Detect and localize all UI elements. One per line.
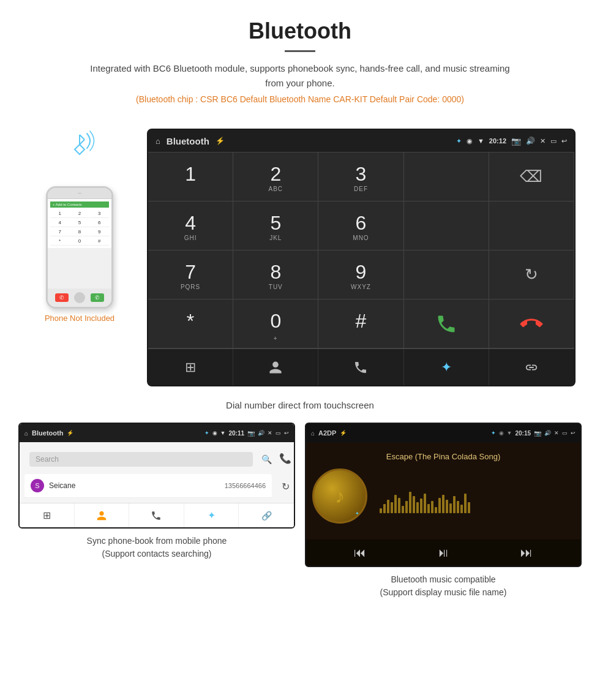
dial-key-0[interactable]: 0 + bbox=[233, 299, 318, 348]
vis-bar bbox=[460, 505, 463, 513]
music-next-icon[interactable]: ⏭ bbox=[520, 546, 533, 560]
music-play-pause-icon[interactable]: ⏯ bbox=[437, 546, 449, 560]
contacts-nav-phone[interactable] bbox=[129, 503, 184, 527]
phone-end-btn[interactable]: ✆ bbox=[55, 293, 69, 302]
phone-container: ··· + Add to Contacts 1 2 3 4 5 6 7 8 9 … bbox=[24, 129, 135, 323]
vis-bar bbox=[380, 508, 382, 513]
phone-home-btn[interactable] bbox=[74, 292, 85, 303]
phone-key-0[interactable]: 0 bbox=[70, 237, 89, 246]
nav-grid[interactable]: ⊞ bbox=[148, 349, 233, 385]
call-red-icon bbox=[516, 308, 547, 339]
vis-bar bbox=[413, 496, 415, 513]
bt-signal-svg bbox=[61, 129, 98, 159]
phone-key-star[interactable]: * bbox=[50, 237, 69, 246]
phone-key-1[interactable]: 1 bbox=[50, 209, 69, 218]
phone-key-2[interactable]: 2 bbox=[70, 209, 89, 218]
nav-bluetooth[interactable]: ✦ bbox=[404, 349, 489, 385]
phone-key-8[interactable]: 8 bbox=[70, 228, 89, 236]
volume-icon[interactable]: 🔊 bbox=[526, 137, 535, 145]
contacts-back-icon[interactable]: ↩ bbox=[284, 430, 289, 436]
home-icon[interactable]: ⌂ bbox=[156, 137, 160, 146]
usb-icon: ⚡ bbox=[216, 137, 225, 145]
contacts-nav-link[interactable]: 🔗 bbox=[239, 503, 294, 527]
refresh-icon: ↻ bbox=[525, 265, 538, 284]
contacts-home-icon[interactable]: ⌂ bbox=[24, 430, 28, 437]
dial-key-2[interactable]: 2 ABC bbox=[233, 152, 318, 201]
contact-avatar: S bbox=[31, 479, 44, 492]
dial-key-7[interactable]: 7 PQRS bbox=[148, 250, 233, 299]
dial-refresh-key[interactable]: ↻ bbox=[489, 250, 574, 299]
contacts-right-phone-icon[interactable]: 📞 bbox=[279, 453, 291, 464]
contact-row[interactable]: S Seicane 13566664466 bbox=[24, 474, 272, 498]
music-back-icon[interactable]: ↩ bbox=[571, 430, 576, 436]
dial-key-5[interactable]: 5 JKL bbox=[233, 201, 318, 250]
vis-bar bbox=[402, 506, 404, 513]
nav-phone[interactable] bbox=[318, 349, 403, 385]
contacts-right-refresh-icon[interactable]: ↻ bbox=[282, 481, 290, 492]
nav-contacts[interactable] bbox=[233, 349, 318, 385]
contacts-nav-grid[interactable]: ⊞ bbox=[20, 503, 75, 527]
camera-icon[interactable]: 📷 bbox=[511, 137, 521, 146]
bt-icon-top: ✦ bbox=[456, 137, 462, 145]
vis-bar bbox=[427, 504, 430, 513]
back-icon[interactable]: ↩ bbox=[561, 137, 567, 145]
music-content: Escape (The Pina Colada Song) ♪ ✦ bbox=[306, 442, 580, 540]
dial-call-green[interactable] bbox=[404, 299, 489, 348]
phone-key-9[interactable]: 9 bbox=[90, 228, 109, 236]
dial-key-6[interactable]: 6 MNO bbox=[318, 201, 403, 250]
contacts-search-bar[interactable]: Search bbox=[29, 452, 253, 467]
contacts-window-icon[interactable]: ▭ bbox=[276, 430, 281, 436]
music-time: 20:15 bbox=[515, 430, 531, 437]
music-wifi-icon: ▼ bbox=[507, 430, 512, 436]
phone-key-7[interactable]: 7 bbox=[50, 228, 69, 236]
music-block: ⌂ A2DP ⚡ ✦ ◉ ▼ 20:15 📷 🔊 ✕ ▭ ↩ bbox=[305, 423, 582, 599]
vis-bar bbox=[391, 502, 393, 513]
music-note-icon: ♪ bbox=[335, 485, 345, 508]
title-divider bbox=[285, 50, 315, 52]
dial-key-9[interactable]: 9 WXYZ bbox=[318, 250, 403, 299]
music-home-icon[interactable]: ⌂ bbox=[311, 430, 315, 437]
dial-delete-key[interactable]: ⌫ bbox=[489, 152, 574, 201]
vis-bar bbox=[446, 500, 448, 513]
music-close-icon[interactable]: ✕ bbox=[554, 430, 559, 436]
music-camera-icon[interactable]: 📷 bbox=[534, 430, 541, 437]
phone-key-3[interactable]: 3 bbox=[90, 209, 109, 218]
svg-line-1 bbox=[80, 135, 84, 140]
phone-key-4[interactable]: 4 bbox=[50, 219, 69, 227]
bt-signal bbox=[61, 129, 98, 165]
phone-screen: + Add to Contacts 1 2 3 4 5 6 7 8 9 * 0 … bbox=[48, 199, 111, 248]
dial-key-hash[interactable]: # bbox=[318, 299, 403, 348]
dial-key-3[interactable]: 3 DEF bbox=[318, 152, 403, 201]
dial-key-8[interactable]: 8 TUV bbox=[233, 250, 318, 299]
contacts-nav-person[interactable] bbox=[75, 503, 130, 527]
music-song-title: Escape (The Pina Colada Song) bbox=[386, 452, 500, 461]
contacts-vol-icon[interactable]: 🔊 bbox=[258, 430, 264, 436]
window-icon[interactable]: ▭ bbox=[550, 137, 557, 145]
music-window-icon[interactable]: ▭ bbox=[562, 430, 568, 436]
dial-key-star[interactable]: * bbox=[148, 299, 233, 348]
vis-bar bbox=[424, 494, 426, 513]
phone-call-btn[interactable]: ✆ bbox=[91, 293, 104, 302]
dial-key-1[interactable]: 1 bbox=[148, 152, 233, 201]
close-icon[interactable]: ✕ bbox=[540, 137, 546, 145]
phone-key-5[interactable]: 5 bbox=[70, 219, 89, 227]
phone-key-hash[interactable]: # bbox=[90, 237, 109, 246]
contacts-camera-icon[interactable]: 📷 bbox=[247, 430, 255, 437]
page-description: Integrated with BC6 Bluetooth module, su… bbox=[86, 61, 514, 91]
dial-call-red[interactable] bbox=[489, 299, 574, 348]
contacts-nav-bt[interactable]: ✦ bbox=[184, 503, 239, 527]
call-green-icon bbox=[435, 313, 457, 335]
nav-link[interactable] bbox=[489, 349, 574, 385]
dial-empty-4 bbox=[404, 250, 489, 299]
search-icon[interactable]: 🔍 bbox=[261, 454, 272, 464]
music-vol-icon[interactable]: 🔊 bbox=[544, 430, 551, 436]
dial-section: ··· + Add to Contacts 1 2 3 4 5 6 7 8 9 … bbox=[0, 122, 600, 393]
music-prev-icon[interactable]: ⏮ bbox=[354, 546, 366, 560]
android-topbar: ⌂ Bluetooth ⚡ ✦ ◉ ▼ 20:12 📷 🔊 ✕ ▭ ↩ bbox=[148, 130, 574, 152]
dial-key-4[interactable]: 4 GHI bbox=[148, 201, 233, 250]
phone-key-6[interactable]: 6 bbox=[90, 219, 109, 227]
contacts-close-icon[interactable]: ✕ bbox=[268, 430, 272, 436]
page-title: Bluetooth bbox=[12, 18, 588, 44]
contacts-time: 20:11 bbox=[228, 430, 244, 437]
contacts-list: S Seicane 13566664466 bbox=[24, 474, 272, 498]
